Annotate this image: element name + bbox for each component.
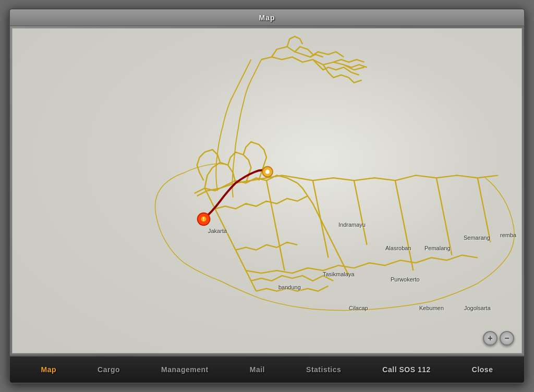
nav-management[interactable]: Management [151,361,219,378]
zoom-controls: + − [483,331,514,346]
zoom-out-button[interactable]: − [500,331,514,346]
city-kebumen: Kebumen [419,305,444,311]
zoom-in-button[interactable]: + [483,331,497,346]
city-alasroban: Alasroban [385,245,411,251]
city-bandung: bandung [278,284,301,290]
nav-close[interactable]: Close [462,361,504,378]
nav-map[interactable]: Map [31,361,67,378]
window-title: Map [259,14,275,22]
city-indramayu: Indramayu [338,222,366,228]
city-pemalang: Pemalang [424,245,451,251]
city-cilacap: Cilacap [349,305,368,311]
city-jogjakarta: Jogolsarta [464,305,491,311]
game-window: Map [9,8,525,384]
nav-bar: Map Cargo Management Mail Statistics Cal… [10,356,524,383]
city-remba: remba [500,232,516,238]
svg-point-1 [265,170,270,174]
nav-mail[interactable]: Mail [239,361,275,378]
city-purwokerto: Purwokerto [391,276,420,283]
title-bar: Map [10,9,524,26]
nav-cargo[interactable]: Cargo [87,361,130,378]
city-semarang: Semarang [464,235,490,241]
svg-text:!: ! [203,215,205,223]
map-svg: ! [13,29,521,353]
nav-statistics[interactable]: Statistics [296,361,351,378]
city-tasikmalaya: Tasikmalaya [323,271,355,277]
nav-call-sos[interactable]: Call SOS 112 [372,361,441,378]
map-container[interactable]: ! Jakarta bandung Tasikmalaya Indramayu … [12,28,522,353]
city-jakarta: Jakarta [208,228,227,234]
